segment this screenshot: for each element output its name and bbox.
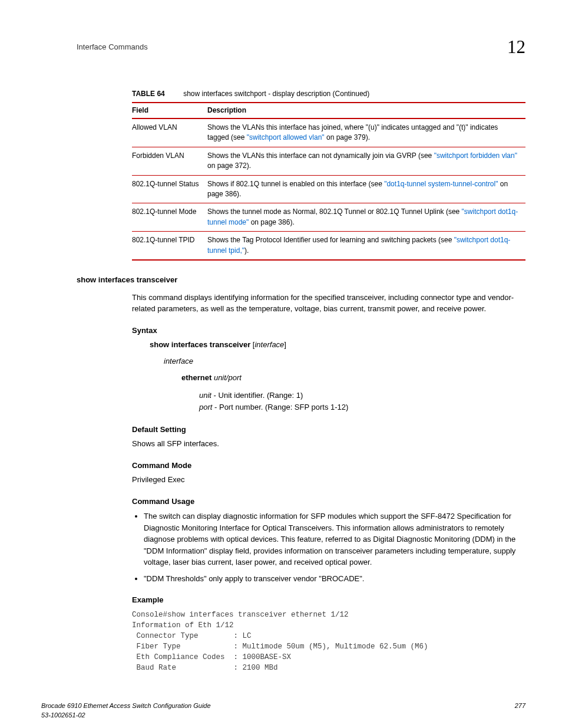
unit-line: unit - Unit identifier. (Range: 1) port … bbox=[199, 390, 525, 414]
table-row: Forbidden VLAN Shows the VLANs this inte… bbox=[132, 147, 525, 175]
xref-link[interactable]: "switchport allowed vlan" bbox=[247, 133, 325, 141]
desc-cell: Shows if 802.1Q tunnel is enabled on thi… bbox=[207, 175, 525, 203]
table-row: Allowed VLAN Shows the VLANs this interf… bbox=[132, 118, 525, 147]
table-row: 802.1Q-tunnel TPID Shows the Tag Protoco… bbox=[132, 232, 525, 260]
chapter-number: 12 bbox=[507, 34, 525, 60]
table-label: TABLE 64 bbox=[132, 90, 165, 98]
footer-left: Brocade 6910 Ethernet Access Switch Conf… bbox=[41, 701, 211, 720]
desc-cell: Shows the Tag Protocol Identifier used f… bbox=[207, 232, 525, 260]
syntax-line: show interfaces transceiver [interface] bbox=[150, 340, 525, 350]
section-heading: show interfaces transceiver bbox=[77, 275, 525, 285]
table-64: TABLE 64 show interfaces switchport - di… bbox=[132, 89, 525, 261]
header-title: Interface Commands bbox=[77, 42, 148, 52]
field-cell: 802.1Q-tunnel Status bbox=[132, 175, 207, 203]
col-description: Description bbox=[207, 103, 525, 118]
table-caption: TABLE 64 show interfaces switchport - di… bbox=[132, 89, 525, 99]
desc-cell: Shows the VLANs this interface has joine… bbox=[207, 118, 525, 147]
ethernet-line: ethernet unit/port bbox=[181, 373, 525, 383]
section-intro: This command displays identifying inform… bbox=[132, 292, 525, 315]
syntax-heading: Syntax bbox=[132, 325, 525, 336]
xref-link[interactable]: "switchport forbidden vlan" bbox=[434, 151, 517, 160]
usage-list: The switch can display diagnostic inform… bbox=[132, 510, 525, 584]
example-code: Console#show interfaces transceiver ethe… bbox=[132, 610, 525, 674]
default-heading: Default Setting bbox=[132, 424, 525, 435]
col-field: Field bbox=[132, 103, 207, 118]
list-item: "DDM Thresholds" only apply to transceiv… bbox=[144, 573, 525, 585]
desc-cell: Shows the VLANs this interface can not d… bbox=[207, 147, 525, 175]
page-number: 277 bbox=[515, 701, 525, 720]
mode-heading: Command Mode bbox=[132, 460, 525, 471]
usage-heading: Command Usage bbox=[132, 496, 525, 507]
field-cell: 802.1Q-tunnel TPID bbox=[132, 232, 207, 260]
description-table: Field Description Allowed VLAN Shows the… bbox=[132, 102, 525, 261]
running-header: Interface Commands 12 bbox=[77, 34, 525, 60]
interface-label: interface bbox=[164, 356, 525, 367]
xref-link[interactable]: "dot1q-tunnel system-tunnel-control" bbox=[384, 180, 498, 188]
mode-text: Privileged Exec bbox=[132, 475, 525, 486]
table-row: 802.1Q-tunnel Mode Shows the tunnel mode… bbox=[132, 203, 525, 232]
page-footer: Brocade 6910 Ethernet Access Switch Conf… bbox=[41, 701, 525, 720]
default-text: Shows all SFP interfaces. bbox=[132, 439, 525, 450]
desc-cell: Shows the tunnel mode as Normal, 802.1Q … bbox=[207, 203, 525, 232]
field-cell: Allowed VLAN bbox=[132, 118, 207, 147]
list-item: The switch can display diagnostic inform… bbox=[144, 510, 525, 568]
field-cell: 802.1Q-tunnel Mode bbox=[132, 203, 207, 232]
table-caption-text: show interfaces switchport - display des… bbox=[183, 90, 369, 98]
example-heading: Example bbox=[132, 595, 525, 605]
field-cell: Forbidden VLAN bbox=[132, 147, 207, 175]
table-row: 802.1Q-tunnel Status Shows if 802.1Q tun… bbox=[132, 175, 525, 203]
